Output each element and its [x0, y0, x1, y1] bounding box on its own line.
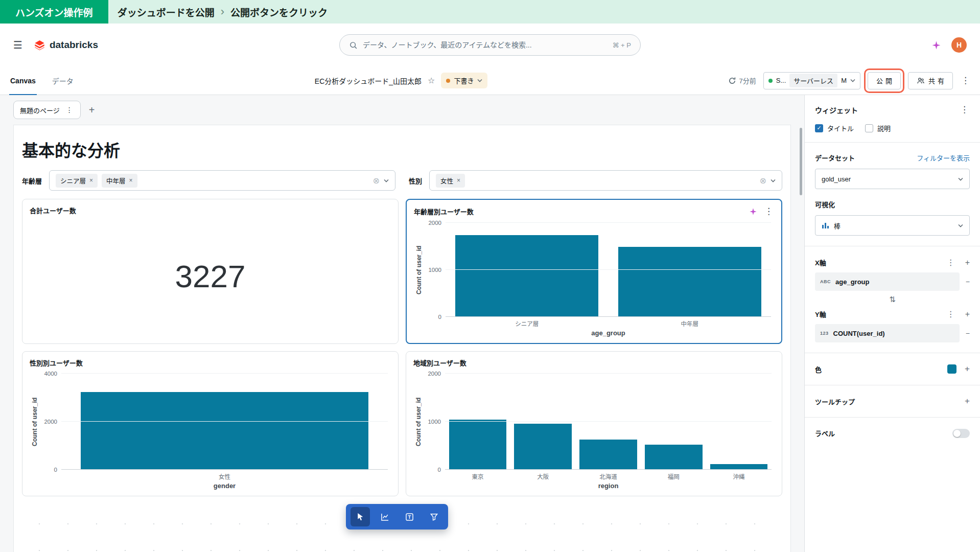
compute-status-dot-icon — [768, 79, 773, 83]
filter-input[interactable]: 女性× ⊗ — [429, 170, 782, 191]
refresh-icon[interactable] — [728, 77, 736, 85]
dataset-select[interactable]: gold_user — [815, 169, 970, 189]
y-ticks: 020004000 — [40, 374, 61, 470]
show-filters-link[interactable]: フィルターを表示 — [917, 153, 970, 163]
labels-toggle[interactable] — [952, 429, 970, 438]
select-cursor-tool[interactable] — [351, 507, 370, 526]
bar[interactable] — [618, 247, 761, 316]
bar[interactable] — [449, 420, 506, 469]
databricks-logo[interactable]: databricks — [34, 39, 98, 51]
global-search[interactable]: ⌘ + P — [339, 34, 641, 56]
chip-remove-icon[interactable]: × — [129, 177, 133, 184]
widget-users-by-gender[interactable]: 性別別ユーザー数 Count of user_id 020004000 女性 g… — [22, 351, 399, 496]
canvas-sheet: 基本的な分析 年齢層 シニア層×中年層× ⊗ 性別 女性× — [13, 125, 791, 552]
search-input[interactable] — [363, 41, 608, 49]
chip-remove-icon[interactable]: × — [457, 177, 460, 184]
checkbox-title[interactable]: ✓ タイトル — [815, 123, 854, 133]
visualization-value: 棒 — [834, 221, 953, 231]
y-axis-field[interactable]: 123 COUNT(user_id) — [815, 324, 960, 342]
toolbar-actions: 7分前 S... サーバーレス M 公開 共有 — [728, 66, 971, 95]
filter-input[interactable]: シニア層×中年層× ⊗ — [49, 170, 395, 191]
add-visualization-tool[interactable] — [375, 507, 394, 526]
swap-axes-icon[interactable]: ⇅ — [889, 295, 896, 304]
filter-chip[interactable]: 中年層× — [102, 174, 137, 188]
bar[interactable] — [455, 235, 598, 316]
y-axis-add-icon[interactable]: + — [965, 310, 970, 319]
checkbox-description[interactable]: 説明 — [865, 123, 891, 133]
y-axis-label: Y軸 — [815, 309, 826, 319]
visualization-select[interactable]: 棒 — [815, 215, 970, 236]
app-header: ☰ databricks ⌘ + P H — [0, 24, 980, 66]
y-tick-label: 2000 — [428, 370, 441, 377]
tab-canvas[interactable]: Canvas — [9, 66, 37, 95]
bar[interactable] — [645, 445, 702, 469]
compute-size: M — [841, 77, 847, 84]
draft-status-badge[interactable]: 下書き — [441, 73, 487, 88]
filter-clear-icon[interactable]: ⊗ — [760, 176, 766, 186]
chevron-down-icon — [477, 79, 482, 82]
canvas-scrollbar[interactable] — [800, 128, 802, 195]
x-axis-label: region — [445, 482, 772, 490]
assistant-sparkle-icon[interactable] — [749, 208, 757, 216]
widget-grid: 合計ユーザー数 3227 年齢層別ユーザー数 ⋮ — [14, 199, 790, 496]
color-add-icon[interactable]: + — [965, 364, 970, 374]
y-axis-kebab-icon[interactable]: ⋮ — [947, 309, 955, 319]
filter-clear-icon[interactable]: ⊗ — [373, 176, 380, 186]
tooltip-add-icon[interactable]: + — [965, 396, 970, 406]
widget-users-by-region[interactable]: 地域別ユーザー数 Count of user_id 010002000 東京大阪… — [406, 351, 782, 496]
add-text-tool[interactable] — [400, 507, 419, 526]
color-swatch[interactable] — [947, 364, 956, 374]
filter-chip[interactable]: 女性× — [436, 174, 465, 188]
hamburger-menu-icon[interactable]: ☰ — [13, 39, 22, 51]
refresh-ago-label: 7分前 — [739, 76, 756, 85]
add-filter-tool[interactable] — [424, 507, 444, 526]
bar-band — [576, 374, 641, 469]
y-tick-label: 0 — [54, 466, 57, 473]
x-axis-remove-icon[interactable]: − — [966, 278, 970, 286]
avatar[interactable]: H — [951, 37, 967, 53]
bar-band — [61, 374, 388, 469]
filter-label: 性別 — [409, 176, 422, 186]
compute-selector[interactable]: S... サーバーレス M — [763, 72, 860, 89]
publish-button[interactable]: 公開 — [868, 72, 901, 89]
bar[interactable] — [514, 424, 571, 469]
y-axis-section-header: Y軸 ⋮ + — [805, 304, 980, 319]
chip-remove-icon[interactable]: × — [89, 177, 93, 184]
toolbar-kebab-icon[interactable]: ⋮ — [960, 75, 971, 86]
widget-users-by-age-group[interactable]: 年齢層別ユーザー数 ⋮ Count of user_id — [406, 199, 782, 344]
visualization-label: 可視化 — [815, 201, 835, 209]
page-tab-untitled[interactable]: 無題のページ ⋮ — [13, 101, 81, 119]
favorite-star-icon[interactable]: ☆ — [428, 76, 435, 85]
card-header: 地域別ユーザー数 — [413, 358, 775, 367]
tab-data[interactable]: データ — [51, 66, 75, 95]
bar-band — [609, 223, 772, 316]
filter-chip[interactable]: シニア層× — [56, 174, 98, 188]
chart-line-icon — [380, 512, 390, 522]
card-kebab-icon[interactable]: ⋮ — [763, 206, 774, 217]
panel-kebab-icon[interactable]: ⋮ — [959, 104, 970, 115]
x-axis-kebab-icon[interactable]: ⋮ — [947, 258, 955, 267]
card-header: 合計ユーザー数 — [30, 205, 391, 215]
bar[interactable] — [579, 440, 637, 469]
bar[interactable] — [81, 392, 368, 469]
widget-total-users[interactable]: 合計ユーザー数 3227 — [22, 199, 399, 344]
y-axis-remove-icon[interactable]: − — [966, 329, 970, 337]
card-title: 年齢層別ユーザー数 — [414, 206, 474, 216]
x-axis-add-icon[interactable]: + — [965, 258, 970, 267]
dataset-section: データセット フィルターを表示 gold_user — [805, 143, 980, 189]
dataset-value: gold_user — [822, 175, 953, 183]
add-page-icon[interactable]: + — [89, 104, 95, 116]
page-tab-kebab-icon[interactable]: ⋮ — [65, 106, 74, 114]
assistant-sparkle-icon[interactable] — [931, 40, 941, 50]
card-title: 地域別ユーザー数 — [413, 358, 466, 367]
y-axis-label: Count of user_id — [30, 374, 40, 470]
share-button[interactable]: 共有 — [908, 72, 953, 89]
dataset-label: データセット — [815, 153, 855, 163]
y-field-name: COUNT(user_id) — [833, 330, 885, 337]
content: 無題のページ ⋮ + 基本的な分析 年齢層 シニア層×中年層× ⊗ — [0, 95, 980, 552]
y-ticks: 010002000 — [424, 223, 446, 317]
text-widget-title[interactable]: 基本的な分析 — [14, 125, 790, 165]
x-axis-field[interactable]: ABC age_group — [815, 272, 960, 291]
bar[interactable] — [710, 464, 767, 469]
color-label: 色 — [815, 364, 822, 374]
